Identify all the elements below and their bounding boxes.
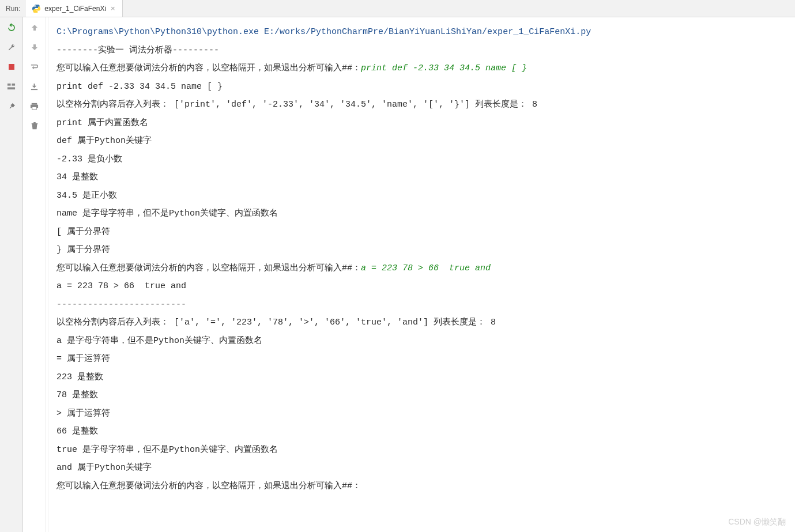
rerun-button[interactable] xyxy=(5,21,18,35)
python-icon xyxy=(32,4,41,13)
exec-path: C:\Programs\Python\Python310\python.exe … xyxy=(56,27,591,37)
result-1-8: } 属于分界符 xyxy=(56,245,110,255)
down-arrow-button[interactable] xyxy=(28,40,42,54)
run-tab[interactable]: exper_1_CiFaFenXi × xyxy=(26,0,122,17)
result-2-1: a 是字母字符串，但不是Python关键字、内置函数名 xyxy=(56,336,262,346)
prompt-2: 您可以输入任意想要做词法分析的内容，以空格隔开，如果退出分析可输入##： xyxy=(56,263,361,273)
dash-sep-2: ------------------------- xyxy=(56,300,186,310)
top-bar: Run: exper_1_CiFaFenXi × xyxy=(0,0,795,17)
scroll-to-end-button[interactable] xyxy=(28,80,42,93)
echo-1: print def -2.33 34 34.5 name [ } xyxy=(56,82,223,92)
result-1-3: -2.33 是负小数 xyxy=(56,154,122,164)
result-1-1: print 属于内置函数名 xyxy=(56,118,148,128)
echo-2: a = 223 78 > 66 true and xyxy=(56,281,186,291)
result-2-4: 78 是整数 xyxy=(56,390,98,400)
tab-close-button[interactable]: × xyxy=(110,4,116,13)
watermark: CSDN @懒笑翻 xyxy=(728,517,786,527)
run-label: Run: xyxy=(0,5,26,13)
user-input-2: a = 223 78 > 66 true and xyxy=(361,263,491,273)
result-1-2: def 属于Python关键字 xyxy=(56,136,152,146)
prompt-1: 您可以输入任意想要做词法分析的内容，以空格隔开，如果退出分析可输入##： xyxy=(56,63,361,73)
result-1-4: 34 是整数 xyxy=(56,172,98,182)
console-output[interactable]: C:\Programs\Python\Python310\python.exe … xyxy=(48,17,795,532)
svg-rect-1 xyxy=(7,83,11,85)
prompt-3: 您可以输入任意想要做词法分析的内容，以空格隔开，如果退出分析可输入##： xyxy=(56,481,361,491)
result-1-6: name 是字母字符串，但不是Python关键字、内置函数名 xyxy=(56,209,278,218)
svg-rect-2 xyxy=(12,83,15,85)
svg-rect-0 xyxy=(9,64,14,70)
result-2-5: > 属于运算符 xyxy=(56,409,110,418)
experiment-header: --------实验一 词法分析器--------- xyxy=(56,46,219,55)
svg-rect-4 xyxy=(31,89,37,90)
svg-rect-5 xyxy=(32,103,37,104)
result-2-8: and 属于Python关键字 xyxy=(56,463,152,473)
tab-name: exper_1_CiFaFenXi xyxy=(44,5,106,13)
svg-rect-7 xyxy=(32,107,37,110)
result-2-3: 223 是整数 xyxy=(56,372,103,382)
list-1: 以空格分割内容后存入列表： ['print', 'def', '-2.33', … xyxy=(56,100,537,110)
result-2-2: = 属于运算符 xyxy=(56,354,110,364)
result-2-7: true 是字母字符串，但不是Python关键字、内置函数名 xyxy=(56,445,278,455)
result-2-6: 66 是整数 xyxy=(56,427,98,436)
result-1-7: [ 属于分界符 xyxy=(56,227,110,237)
result-1-5: 34.5 是正小数 xyxy=(56,191,117,201)
trash-button[interactable] xyxy=(28,119,42,133)
pin-button[interactable] xyxy=(5,99,18,113)
user-input-1: print def -2.33 34 34.5 name [ } xyxy=(361,63,527,73)
soft-wrap-button[interactable] xyxy=(28,60,42,74)
svg-rect-3 xyxy=(7,87,15,89)
print-button[interactable] xyxy=(28,99,42,113)
list-2: 以空格分割内容后存入列表： ['a', '=', '223', '78', '>… xyxy=(56,318,496,327)
stop-button[interactable] xyxy=(5,60,18,74)
left-toolbar xyxy=(0,17,23,532)
up-arrow-button[interactable] xyxy=(28,21,42,35)
console-toolbar xyxy=(23,17,46,532)
main-area: C:\Programs\Python\Python310\python.exe … xyxy=(0,17,795,532)
wrench-button[interactable] xyxy=(5,40,18,54)
layout-button[interactable] xyxy=(5,80,18,93)
